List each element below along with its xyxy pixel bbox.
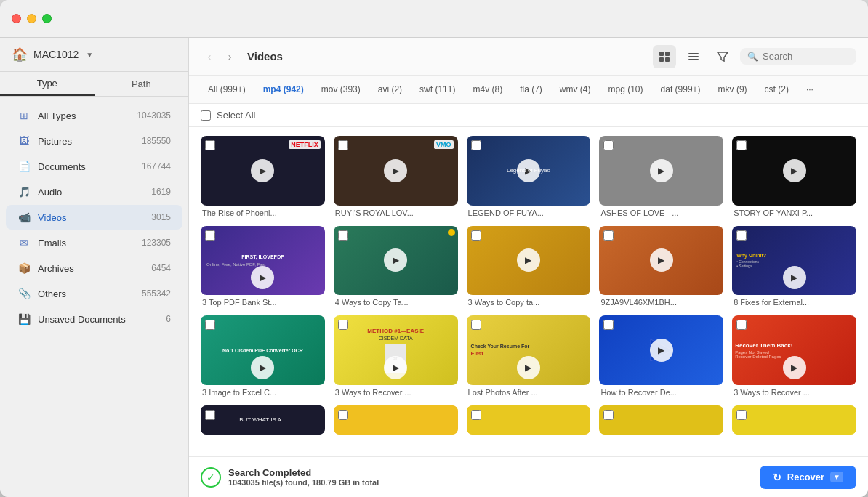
sidebar-count-pictures: 185550 <box>142 136 171 146</box>
tab-path[interactable]: Path <box>95 72 189 96</box>
list-item[interactable] <box>732 405 856 435</box>
video-checkbox[interactable] <box>471 140 481 150</box>
forward-button[interactable]: › <box>221 48 238 65</box>
filter-tab-mpg[interactable]: mpg (10) <box>601 81 651 97</box>
video-checkbox[interactable] <box>736 410 747 420</box>
sidebar-item-archives[interactable]: 📦 Archives 6454 <box>6 256 182 280</box>
video-checkbox[interactable] <box>338 410 348 420</box>
video-checkbox[interactable] <box>205 140 215 150</box>
sidebar-item-emails[interactable]: ✉ Emails 123305 <box>6 230 182 255</box>
filter-tab-fla[interactable]: fla (7) <box>513 81 550 97</box>
vmo-label: VMO <box>434 140 454 149</box>
list-item[interactable]: ▶ ASHES OF LOVE - ... <box>599 136 723 217</box>
list-item[interactable]: METHOD #1—EASIE CISDEM DATA girl ▶ 3 Way… <box>334 315 458 397</box>
list-item[interactable]: ▶ VMO RUYI'S ROYAL LOV... <box>334 136 458 217</box>
maximize-button[interactable] <box>42 14 52 23</box>
list-item[interactable]: FIRST, ILOVEPDF Online, Free, Native PDF… <box>201 226 325 307</box>
video-title: 9ZJA9VL46XM1BH... <box>599 298 723 307</box>
video-checkbox[interactable] <box>736 320 747 330</box>
sidebar-count-all-types: 1043035 <box>137 110 171 121</box>
select-all-row: Select All <box>189 104 868 127</box>
sidebar-item-videos[interactable]: 📹 Videos 3015 <box>6 205 182 230</box>
list-item[interactable]: Check Your Resume For First ▶ Lost Photo… <box>467 315 591 397</box>
list-item[interactable]: ▶ 9ZJA9VL46XM1BH... <box>599 226 723 307</box>
filter-tab-mkv[interactable]: mkv (9) <box>711 81 755 97</box>
video-checkbox[interactable] <box>338 320 348 330</box>
list-icon <box>688 51 699 62</box>
device-selector[interactable]: 🏠 MAC1012 ▼ <box>0 38 188 72</box>
sidebar-item-pictures[interactable]: 🖼 Pictures 185550 <box>6 129 182 153</box>
file-size: 180.79 GB <box>312 478 350 487</box>
filter-tab-wmv[interactable]: wmv (4) <box>552 81 598 97</box>
video-checkbox[interactable] <box>205 230 215 241</box>
video-checkbox[interactable] <box>205 320 215 330</box>
filter-tab-all[interactable]: All (999+) <box>201 81 253 97</box>
video-checkbox[interactable] <box>471 410 481 420</box>
home-icon: 🏠 <box>12 47 28 62</box>
sidebar-item-others[interactable]: 📎 Others 555342 <box>6 281 182 306</box>
video-checkbox[interactable] <box>471 230 481 241</box>
sidebar-item-documents[interactable]: 📄 Documents 167744 <box>6 154 182 179</box>
list-item[interactable]: ▶ NETFLIX The Rise of Phoeni... <box>201 136 325 217</box>
video-checkbox[interactable] <box>603 410 614 420</box>
video-title: 3 Ways to Recover ... <box>732 388 856 397</box>
list-item[interactable]: BUT WHAT IS A... <box>201 405 325 435</box>
filter-tab-dat[interactable]: dat (999+) <box>654 81 708 97</box>
list-view-button[interactable] <box>682 45 705 68</box>
list-item[interactable]: ▶ How to Recover De... <box>599 315 723 397</box>
video-checkbox[interactable] <box>736 230 747 241</box>
filter-button[interactable] <box>711 45 734 68</box>
video-checkbox[interactable] <box>603 230 614 241</box>
sidebar-count-documents: 167744 <box>142 161 171 171</box>
titlebar <box>0 0 868 38</box>
video-checkbox[interactable] <box>338 140 348 150</box>
back-button[interactable]: ‹ <box>201 48 218 65</box>
minimize-button[interactable] <box>27 14 36 23</box>
play-icon: ▶ <box>384 356 407 379</box>
list-item[interactable]: Why Uninit? • Connections • Settings ▶ 8… <box>732 226 856 307</box>
sidebar-item-unsaved[interactable]: 💾 Unsaved Documents 6 <box>6 307 182 331</box>
search-input[interactable] <box>763 51 849 62</box>
svg-rect-4 <box>688 53 699 54</box>
svg-rect-2 <box>659 57 664 62</box>
tab-type[interactable]: Type <box>0 72 95 96</box>
play-icon: ▶ <box>517 248 540 272</box>
recover-dropdown-arrow[interactable]: ▼ <box>830 472 843 482</box>
video-checkbox[interactable] <box>205 410 215 420</box>
list-item[interactable]: ▶ 4 Ways to Copy Ta... <box>334 226 458 307</box>
more-filter-button[interactable]: ··· <box>799 81 821 97</box>
list-item[interactable]: Recover Them Back! Pages Not Saved Recov… <box>732 315 856 397</box>
close-button[interactable] <box>12 14 21 23</box>
list-item[interactable] <box>334 405 458 435</box>
list-item[interactable] <box>599 405 723 435</box>
filter-tab-avi[interactable]: avi (2) <box>371 81 409 97</box>
video-grid: ▶ NETFLIX The Rise of Phoeni... ▶ VMO <box>189 127 868 456</box>
video-checkbox[interactable] <box>736 140 747 150</box>
video-checkbox[interactable] <box>338 230 348 241</box>
filter-tab-mov[interactable]: mov (393) <box>314 81 368 97</box>
sidebar-tabs: Type Path <box>0 72 188 97</box>
svg-marker-7 <box>718 52 728 61</box>
list-item[interactable]: ▶ STORY OF YANXI P... <box>732 136 856 217</box>
sidebar-count-videos: 3015 <box>151 212 171 222</box>
video-checkbox[interactable] <box>603 140 614 150</box>
grid-view-button[interactable] <box>653 45 676 68</box>
filter-icon <box>717 51 728 62</box>
filter-tab-swf[interactable]: swf (111) <box>412 81 462 97</box>
filter-tab-m4v[interactable]: m4v (8) <box>465 81 510 97</box>
list-item[interactable] <box>467 405 591 435</box>
sidebar-item-audio[interactable]: 🎵 Audio 1619 <box>6 179 182 204</box>
video-checkbox[interactable] <box>471 320 481 330</box>
list-item[interactable]: ▶ 3 Ways to Copy ta... <box>467 226 591 307</box>
select-all-checkbox[interactable] <box>201 110 211 121</box>
filter-tab-csf[interactable]: csf (2) <box>758 81 796 97</box>
sidebar-item-all-types[interactable]: ⊞ All Types 1043035 <box>6 103 182 128</box>
filter-tab-mp4[interactable]: mp4 (942) <box>256 81 311 97</box>
video-title: 3 Ways to Recover ... <box>334 388 458 397</box>
svg-rect-1 <box>665 52 670 56</box>
recover-button[interactable]: ↻ Recover ▼ <box>760 466 856 489</box>
list-item[interactable]: No.1 Cisdem PDF Converter OCR ▶ 3 Image … <box>201 315 325 397</box>
list-item[interactable]: Legend of Fuyao ▶ LEGEND OF FUYA... <box>467 136 591 217</box>
video-checkbox[interactable] <box>603 320 614 330</box>
emails-icon: ✉ <box>17 236 31 249</box>
